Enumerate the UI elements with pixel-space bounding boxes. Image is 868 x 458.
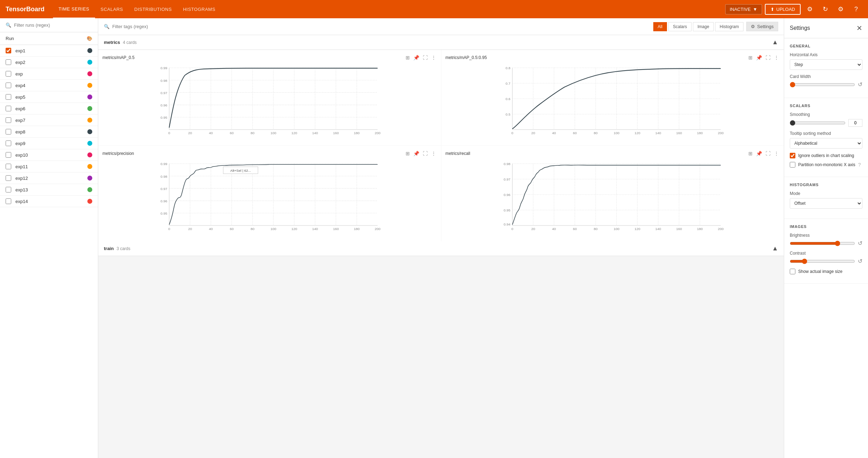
run-dot-exp9	[87, 141, 92, 146]
tooltip-sorting-select[interactable]: Alphabetical Ascending Descending Defaul…	[790, 138, 862, 149]
tab-image[interactable]: Image	[693, 22, 714, 31]
histogram-mode-select[interactable]: Offset Overlay	[790, 198, 862, 209]
nav-histograms[interactable]: HISTOGRAMS	[178, 0, 221, 18]
contrast-reset[interactable]: ↺	[858, 258, 862, 264]
more-icon[interactable]: ⋮	[773, 54, 780, 61]
more-icon[interactable]: ⋮	[430, 54, 437, 61]
expand-icon[interactable]: ⊞	[748, 150, 753, 157]
filter-tags-input[interactable]	[112, 24, 171, 29]
run-item-exp4[interactable]: exp4	[0, 80, 98, 91]
run-dot-exp11	[87, 164, 92, 169]
run-item-exp1[interactable]: exp1	[0, 45, 98, 57]
contrast-slider[interactable]	[790, 259, 855, 264]
svg-text:60: 60	[573, 227, 577, 231]
run-item-exp10[interactable]: exp10	[0, 149, 98, 161]
gear-icon[interactable]: ⚙	[834, 3, 847, 15]
runs-list: exp1exp2expexp4exp5exp6exp7exp8exp9exp10…	[0, 45, 98, 207]
fullscreen-icon[interactable]: ⛶	[422, 54, 428, 61]
run-name-exp10: exp10	[15, 152, 87, 158]
fullscreen-icon[interactable]: ⛶	[422, 150, 428, 157]
partition-x-checkbox[interactable]	[790, 162, 795, 168]
run-item-exp12[interactable]: exp12	[0, 172, 98, 184]
settings-close-button[interactable]: ✕	[856, 24, 862, 32]
run-item-exp9[interactable]: exp9	[0, 138, 98, 149]
status-dropdown[interactable]: INACTIVE ▼	[725, 4, 762, 14]
nav-time-series[interactable]: TIME SERIES	[53, 0, 95, 18]
partition-help-icon[interactable]: ?	[858, 162, 861, 168]
chart-map0595-svg: 0.8 0.7 0.6 0.5 0 20 40 60 80 100 120	[446, 64, 780, 141]
run-checkbox-exp5[interactable]	[6, 94, 11, 100]
run-checkbox-exp13[interactable]	[6, 187, 11, 192]
run-checkbox-exp8[interactable]	[6, 129, 11, 135]
train-collapse-button[interactable]: ▲	[772, 245, 778, 252]
metrics-collapse-button[interactable]: ▲	[772, 39, 778, 46]
run-dot-exp13	[87, 187, 92, 192]
ignore-outliers-checkbox[interactable]	[790, 153, 795, 158]
show-actual-image-checkbox[interactable]	[790, 269, 795, 274]
run-checkbox-exp12[interactable]	[6, 175, 11, 181]
run-name-exp9: exp9	[15, 141, 87, 146]
run-checkbox-exp14[interactable]	[6, 198, 11, 204]
svg-text:140: 140	[655, 131, 661, 135]
more-icon[interactable]: ⋮	[773, 150, 780, 157]
svg-text:200: 200	[717, 227, 723, 231]
run-item-exp7[interactable]: exp7	[0, 115, 98, 126]
brightness-label: Brightness	[790, 233, 862, 238]
run-checkbox-exp6[interactable]	[6, 106, 11, 111]
settings-icon[interactable]: ⚙	[803, 3, 816, 15]
chart-map0595: metrics/mAP_0.5:0.95 ⊞ 📌 ⛶ ⋮	[441, 50, 784, 145]
run-checkbox-exp7[interactable]	[6, 117, 11, 123]
run-item-exp14[interactable]: exp14	[0, 196, 98, 207]
run-header: Run 🎨	[0, 32, 98, 45]
smoothing-slider[interactable]	[790, 120, 846, 126]
show-actual-image-row: Show actual image size	[790, 269, 862, 274]
nav-distributions[interactable]: DISTRIBUTIONS	[129, 0, 178, 18]
tab-all[interactable]: All	[653, 22, 667, 31]
svg-text:0.95: 0.95	[503, 208, 510, 212]
run-checkbox-exp[interactable]	[6, 71, 11, 77]
upload-button[interactable]: ⬆ UPLOAD	[765, 4, 801, 15]
run-item-exp5[interactable]: exp5	[0, 91, 98, 103]
fullscreen-icon[interactable]: ⛶	[765, 54, 771, 61]
more-icon[interactable]: ⋮	[430, 150, 437, 157]
run-item-exp2[interactable]: exp2	[0, 57, 98, 68]
brightness-slider[interactable]	[790, 241, 855, 246]
expand-icon[interactable]: ⊞	[405, 54, 410, 61]
run-item-exp11[interactable]: exp11	[0, 161, 98, 172]
run-name-exp13: exp13	[15, 187, 87, 192]
expand-icon[interactable]: ⊞	[748, 54, 753, 61]
tab-histogram[interactable]: Histogram	[715, 22, 743, 31]
nav-scalars[interactable]: SCALARS	[95, 0, 129, 18]
run-checkbox-exp2[interactable]	[6, 59, 11, 65]
run-item-exp[interactable]: exp	[0, 68, 98, 80]
svg-text:0.97: 0.97	[160, 187, 167, 191]
run-item-exp13[interactable]: exp13	[0, 184, 98, 196]
settings-toggle-button[interactable]: ⚙ Settings	[746, 22, 778, 31]
smoothing-value-input[interactable]	[848, 119, 862, 127]
svg-text:40: 40	[552, 227, 556, 231]
run-checkbox-exp9[interactable]	[6, 140, 11, 146]
expand-icon[interactable]: ⊞	[405, 150, 410, 157]
help-icon[interactable]: ?	[850, 3, 862, 15]
run-checkbox-exp1[interactable]	[6, 48, 11, 53]
run-checkbox-exp11[interactable]	[6, 164, 11, 169]
refresh-icon[interactable]: ↻	[819, 3, 832, 15]
filter-runs-input[interactable]	[14, 22, 92, 28]
run-item-exp8[interactable]: exp8	[0, 126, 98, 138]
pin-icon[interactable]: 📌	[413, 54, 420, 61]
pin-icon[interactable]: 📌	[413, 150, 420, 157]
horizontal-axis-select[interactable]: Step Relative Wall	[790, 59, 862, 70]
pin-icon[interactable]: 📌	[755, 54, 763, 61]
run-item-exp6[interactable]: exp6	[0, 103, 98, 115]
card-width-reset[interactable]: ↺	[858, 81, 862, 88]
brightness-reset[interactable]: ↺	[858, 240, 862, 247]
run-checkbox-exp4[interactable]	[6, 83, 11, 88]
pin-icon[interactable]: 📌	[755, 150, 763, 157]
fullscreen-icon[interactable]: ⛶	[765, 150, 771, 157]
card-width-slider[interactable]	[790, 82, 855, 87]
svg-text:0.98: 0.98	[503, 162, 510, 166]
run-dot-exp2	[87, 60, 92, 65]
run-checkbox-exp10[interactable]	[6, 152, 11, 158]
tab-scalars[interactable]: Scalars	[668, 22, 692, 31]
ignore-outliers-label: Ignore outliers in chart scaling	[798, 153, 854, 158]
